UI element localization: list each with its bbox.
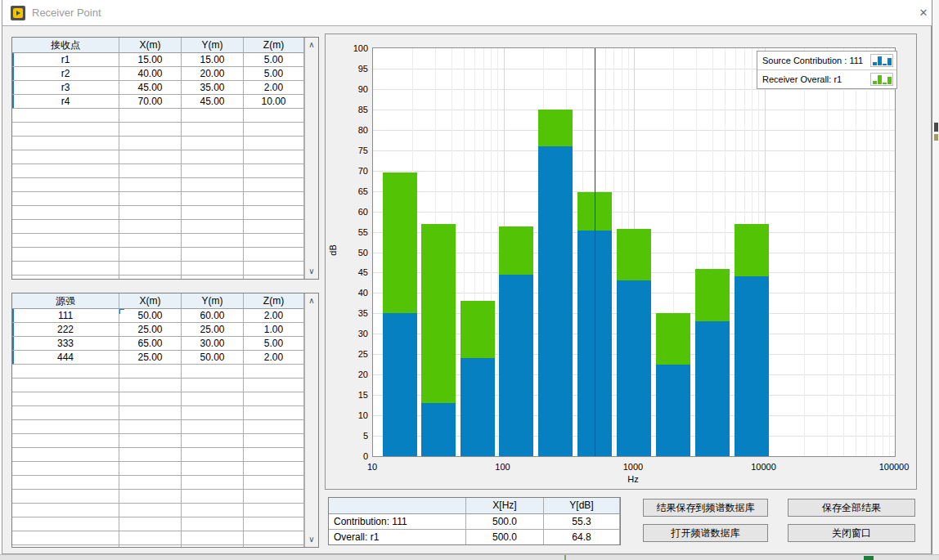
empty-cell[interactable]	[182, 150, 244, 164]
empty-cell[interactable]	[119, 123, 182, 137]
empty-cell[interactable]	[244, 123, 304, 137]
scroll-up-icon[interactable]: ∧	[305, 38, 318, 52]
cell[interactable]: r3	[12, 81, 119, 95]
cell[interactable]: 333	[12, 337, 119, 351]
cell[interactable]: 65.00	[119, 337, 182, 351]
empty-cell[interactable]	[182, 365, 244, 379]
empty-cell[interactable]	[244, 276, 304, 280]
empty-cell[interactable]	[182, 476, 244, 490]
cell[interactable]: 5.00	[244, 337, 304, 351]
cell[interactable]: 50.00	[119, 309, 182, 323]
scroll-down-icon[interactable]: ∨	[305, 533, 318, 546]
empty-cell[interactable]	[244, 476, 304, 490]
empty-cell[interactable]	[119, 206, 182, 220]
empty-cell[interactable]	[119, 150, 182, 164]
receiver-table-scrollbar[interactable]: ∧ ∨	[304, 38, 318, 279]
empty-cell[interactable]	[12, 262, 119, 276]
chart-cursor-line[interactable]	[595, 48, 595, 456]
cell[interactable]: 45.00	[119, 81, 182, 95]
empty-cell[interactable]	[182, 248, 244, 262]
empty-cell[interactable]	[244, 448, 304, 462]
empty-cell[interactable]	[244, 531, 304, 545]
empty-cell[interactable]	[244, 150, 304, 164]
cell[interactable]: 45.00	[182, 95, 244, 109]
source-table-scrollbar[interactable]: ∧ ∨	[304, 293, 318, 547]
empty-cell[interactable]	[244, 490, 304, 504]
empty-cell[interactable]	[244, 434, 304, 448]
open-spectrum-db-button[interactable]: 打开频谱数据库	[643, 524, 768, 542]
cell[interactable]: 15.00	[182, 53, 244, 67]
cell[interactable]: 5.00	[244, 53, 304, 67]
empty-cell[interactable]	[244, 220, 304, 234]
empty-cell[interactable]	[12, 531, 119, 545]
empty-cell[interactable]	[182, 262, 244, 276]
cell[interactable]: 25.00	[119, 323, 182, 337]
empty-cell[interactable]	[119, 220, 182, 234]
empty-cell[interactable]	[12, 109, 119, 123]
empty-cell[interactable]	[244, 248, 304, 262]
empty-cell[interactable]	[12, 164, 119, 178]
cell[interactable]: 10.00	[244, 95, 304, 109]
empty-cell[interactable]	[244, 504, 304, 517]
empty-cell[interactable]	[182, 531, 244, 545]
empty-cell[interactable]	[12, 234, 119, 248]
empty-cell[interactable]	[182, 406, 244, 420]
cell[interactable]: r4	[12, 95, 119, 109]
empty-cell[interactable]	[12, 420, 119, 434]
empty-cell[interactable]	[119, 448, 182, 462]
empty-cell[interactable]	[119, 531, 182, 545]
empty-cell[interactable]	[12, 406, 119, 420]
cell[interactable]: Contribution: 111	[329, 514, 466, 530]
empty-cell[interactable]	[119, 392, 182, 406]
cell[interactable]: 2.00	[244, 309, 304, 323]
save-results-to-spectrum-db-button[interactable]: 结果保存到频谱数据库	[643, 499, 768, 517]
empty-cell[interactable]	[119, 462, 182, 476]
empty-cell[interactable]	[119, 420, 182, 434]
empty-cell[interactable]	[244, 262, 304, 276]
empty-cell[interactable]	[119, 192, 182, 206]
scroll-up-icon[interactable]: ∧	[305, 294, 318, 307]
empty-cell[interactable]	[119, 137, 182, 150]
empty-cell[interactable]	[244, 164, 304, 178]
cell[interactable]: 35.00	[182, 81, 244, 95]
empty-cell[interactable]	[119, 365, 182, 379]
cell[interactable]: 55.3	[544, 514, 620, 530]
cell[interactable]: 111	[12, 309, 119, 323]
cell[interactable]: 222	[12, 323, 119, 337]
empty-cell[interactable]	[244, 178, 304, 192]
empty-cell[interactable]	[12, 248, 119, 262]
empty-cell[interactable]	[244, 545, 304, 548]
empty-cell[interactable]	[12, 517, 119, 531]
empty-cell[interactable]	[182, 434, 244, 448]
legend-entry-overall[interactable]: Receiver Overall: r1	[757, 69, 896, 88]
cell[interactable]: 444	[12, 351, 119, 365]
empty-cell[interactable]	[182, 178, 244, 192]
empty-cell[interactable]	[244, 406, 304, 420]
cell[interactable]: r2	[12, 67, 119, 81]
cell[interactable]: 30.00	[182, 337, 244, 351]
empty-cell[interactable]	[119, 406, 182, 420]
empty-cell[interactable]	[244, 137, 304, 150]
empty-cell[interactable]	[119, 178, 182, 192]
empty-cell[interactable]	[244, 392, 304, 406]
cell[interactable]: 500.0	[466, 514, 544, 530]
empty-cell[interactable]	[119, 379, 182, 392]
empty-cell[interactable]	[182, 109, 244, 123]
empty-cell[interactable]	[182, 123, 244, 137]
cell[interactable]: 20.00	[182, 67, 244, 81]
cell[interactable]: 25.00	[182, 323, 244, 337]
empty-cell[interactable]	[119, 476, 182, 490]
empty-cell[interactable]	[244, 365, 304, 379]
cell[interactable]: 40.00	[119, 67, 182, 81]
empty-cell[interactable]	[182, 504, 244, 517]
scroll-down-icon[interactable]: ∨	[305, 265, 318, 278]
empty-cell[interactable]	[12, 434, 119, 448]
empty-cell[interactable]	[244, 206, 304, 220]
empty-cell[interactable]	[182, 462, 244, 476]
empty-cell[interactable]	[12, 178, 119, 192]
cell[interactable]: 500.0	[466, 530, 544, 545]
empty-cell[interactable]	[182, 234, 244, 248]
empty-cell[interactable]	[119, 276, 182, 280]
empty-cell[interactable]	[12, 150, 119, 164]
empty-cell[interactable]	[119, 504, 182, 517]
